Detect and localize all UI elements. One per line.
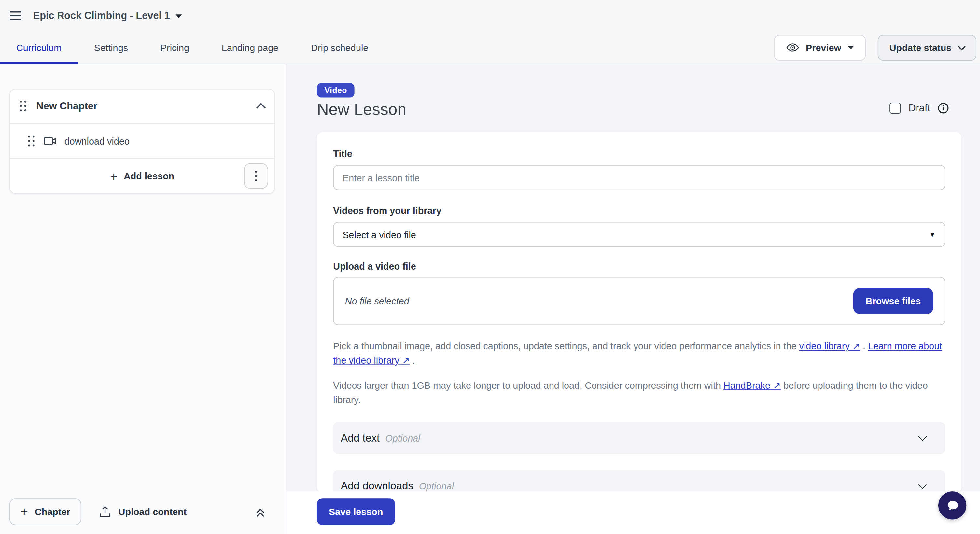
preview-button[interactable]: Preview	[774, 35, 866, 60]
lesson-editor: Video New Lesson Draft Title	[286, 65, 980, 534]
no-file-text: No file selected	[345, 296, 409, 307]
add-downloads-accordion[interactable]: Add downloads Optional	[333, 470, 945, 493]
lesson-header: Video New Lesson Draft	[317, 83, 949, 119]
sidebar-footer: + Chapter Upload content	[0, 489, 286, 534]
browse-files-button[interactable]: Browse files	[853, 288, 933, 314]
add-chapter-button[interactable]: + Chapter	[10, 498, 82, 525]
upload-icon	[100, 505, 111, 517]
chapter-header[interactable]: New Chapter	[10, 89, 274, 123]
content-area: New Chapter download video	[0, 65, 980, 534]
inline-link[interactable]: HandBrake ↗	[724, 380, 781, 391]
upload-content-button[interactable]: Upload content	[100, 505, 186, 517]
draft-checkbox[interactable]	[890, 103, 901, 114]
plus-icon: +	[21, 505, 28, 517]
header-actions: Preview Update status	[774, 31, 977, 64]
chevron-down-icon	[175, 14, 182, 18]
draft-toggle-group: Draft	[890, 103, 949, 114]
drag-handle-icon[interactable]	[20, 101, 27, 112]
upload-label: Upload a video file	[333, 261, 945, 272]
add-text-accordion[interactable]: Add text Optional	[333, 422, 945, 454]
add-lesson-button[interactable]: + Add lesson	[110, 170, 174, 182]
chevron-down-icon	[918, 480, 927, 489]
chat-widget-button[interactable]	[938, 491, 966, 519]
file-upload-box: No file selected Browse files	[333, 277, 945, 325]
chapter-footer: + Add lesson	[10, 159, 274, 194]
eye-icon	[786, 43, 800, 53]
collapse-all-button[interactable]	[254, 505, 266, 517]
tab-settings[interactable]: Settings	[78, 31, 144, 64]
video-camera-icon	[44, 137, 57, 146]
lesson-type-badge: Video	[317, 83, 355, 97]
lesson-title-input[interactable]	[333, 165, 945, 190]
chapter-options-button[interactable]	[244, 163, 268, 189]
draft-label: Draft	[908, 103, 930, 114]
chevron-down-icon	[958, 42, 966, 50]
update-status-button[interactable]: Update status	[877, 35, 977, 60]
caret-down-icon	[848, 46, 854, 49]
lesson-title: download video	[64, 136, 130, 146]
tab-pricing[interactable]: Pricing	[144, 31, 205, 64]
plus-icon: +	[110, 170, 117, 182]
topbar: Epic Rock Climbing - Level 1	[0, 0, 980, 31]
tab-bar: Curriculum Settings Pricing Landing page…	[0, 31, 980, 65]
tab-curriculum[interactable]: Curriculum	[0, 31, 78, 64]
course-title-dropdown[interactable]: Epic Rock Climbing - Level 1	[33, 10, 182, 22]
hamburger-menu-icon[interactable]	[10, 11, 21, 20]
tab-landing-page[interactable]: Landing page	[205, 31, 295, 64]
video-library-select[interactable]: Select a video file ▼	[333, 222, 945, 247]
lesson-row[interactable]: download video	[10, 124, 274, 158]
save-lesson-button[interactable]: Save lesson	[317, 498, 395, 525]
curriculum-sidebar: New Chapter download video	[0, 65, 286, 534]
chapter-card: New Chapter download video	[10, 89, 275, 194]
chapter-title: New Chapter	[36, 101, 97, 112]
lesson-form-card: Title Videos from your library Select a …	[317, 132, 961, 493]
select-caret-icon: ▼	[929, 230, 936, 238]
drag-handle-icon[interactable]	[28, 135, 35, 147]
chevron-down-icon	[918, 432, 927, 441]
title-label: Title	[333, 148, 945, 159]
tab-drip-schedule[interactable]: Drip schedule	[295, 31, 385, 64]
double-chevron-up-icon	[254, 505, 266, 517]
chat-bubble-icon	[944, 497, 961, 513]
video-library-help-text: Pick a thumbnail image, add closed capti…	[333, 339, 945, 368]
app-window: Epic Rock Climbing - Level 1 Curriculum …	[0, 0, 980, 534]
library-label: Videos from your library	[333, 205, 945, 216]
chevron-up-icon[interactable]	[256, 103, 266, 113]
lesson-page-title: New Lesson	[317, 100, 949, 119]
inline-link[interactable]: video library ↗	[799, 340, 860, 351]
compression-help-text: Videos larger than 1GB may take longer t…	[333, 378, 945, 407]
info-icon[interactable]	[938, 103, 949, 114]
save-bar: Save lesson	[286, 491, 980, 534]
course-title: Epic Rock Climbing - Level 1	[33, 10, 170, 22]
